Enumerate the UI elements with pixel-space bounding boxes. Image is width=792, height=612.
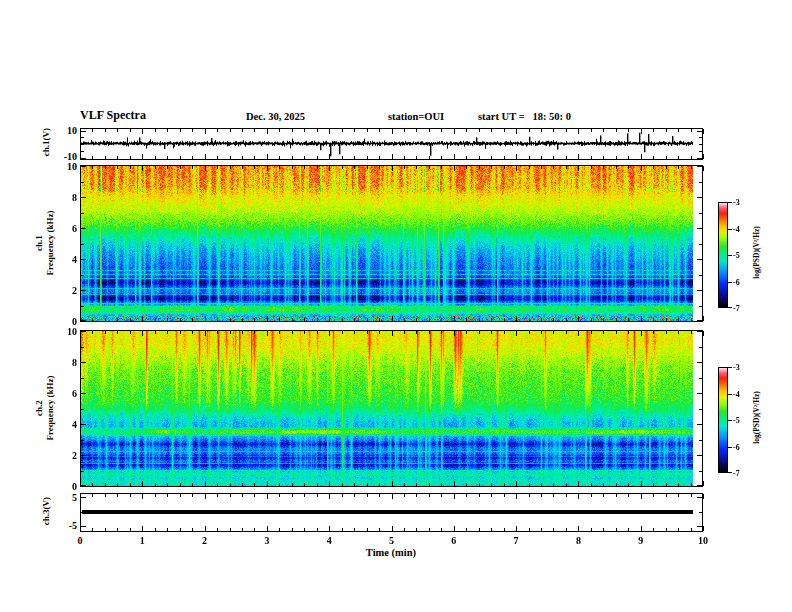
- tick-mark: [92, 494, 93, 497]
- tick-mark: [616, 166, 617, 169]
- tick-mark: [167, 483, 168, 486]
- tick-mark: [105, 156, 106, 159]
- tick-mark: [641, 526, 642, 531]
- tick-mark: [699, 440, 702, 441]
- tick-mark: [578, 481, 579, 486]
- tick-mark: [92, 528, 93, 531]
- tick-mark: [105, 494, 106, 497]
- tick-mark: [81, 409, 84, 410]
- tick-mark: [254, 528, 255, 531]
- tick-mark: [180, 494, 181, 497]
- colorbar-tick-label: -4: [733, 390, 740, 399]
- tick-mark: [379, 129, 380, 132]
- tick-mark: [81, 485, 86, 486]
- tick-mark: [342, 494, 343, 497]
- tick-mark: [466, 483, 467, 486]
- tick-mark: [304, 494, 305, 497]
- tick-mark: [529, 483, 530, 486]
- tick-mark: [454, 481, 455, 486]
- tick-mark: [441, 166, 442, 169]
- tick-mark: [329, 154, 330, 159]
- tick-mark: [81, 512, 84, 513]
- tick-mark: [217, 166, 218, 169]
- tick-mark: [429, 129, 430, 132]
- tick-mark: [117, 129, 118, 132]
- tick-mark: [379, 156, 380, 159]
- tick-mark: [699, 144, 702, 145]
- tick-mark: [591, 129, 592, 132]
- tick-mark: [81, 131, 86, 132]
- tick-mark: [242, 318, 243, 321]
- tick-mark: [254, 156, 255, 159]
- tick-mark: [379, 528, 380, 531]
- tick-mark: [367, 129, 368, 132]
- tick-mark: [342, 528, 343, 531]
- colorbar-tick-label: -3: [733, 363, 740, 372]
- tick-mark: [342, 129, 343, 132]
- tick-mark: [699, 306, 702, 307]
- time-tick-label: 5: [377, 535, 407, 546]
- tick-mark: [699, 512, 702, 513]
- tick-mark: [628, 494, 629, 497]
- tick-mark: [342, 483, 343, 486]
- tick-mark: [697, 197, 702, 198]
- tick-mark: [553, 318, 554, 321]
- tick-mark: [641, 166, 642, 171]
- time-tick-label: 3: [252, 535, 282, 546]
- tick-mark: [205, 129, 206, 134]
- tick-mark: [479, 166, 480, 169]
- tick-mark: [479, 528, 480, 531]
- tick-mark: [703, 481, 704, 486]
- tick-mark: [441, 318, 442, 321]
- tick-mark: [697, 131, 702, 132]
- tick-mark: [591, 528, 592, 531]
- tick-mark: [167, 318, 168, 321]
- tick-mark: [254, 166, 255, 169]
- tick-mark: [292, 156, 293, 159]
- ch1-spec-ytick-label: 10: [47, 161, 77, 172]
- tick-mark: [180, 483, 181, 486]
- tick-mark: [254, 331, 255, 334]
- tick-mark: [317, 166, 318, 169]
- tick-mark: [205, 154, 206, 159]
- tick-mark: [81, 393, 86, 394]
- tick-mark: [641, 129, 642, 134]
- tick-mark: [230, 528, 231, 531]
- tick-mark: [254, 494, 255, 497]
- tick-mark: [616, 129, 617, 132]
- tick-mark: [167, 331, 168, 334]
- tick-mark: [342, 331, 343, 334]
- tick-mark: [541, 156, 542, 159]
- tick-mark: [454, 316, 455, 321]
- tick-mark: [429, 166, 430, 169]
- tick-mark: [578, 316, 579, 321]
- time-tick-label: 8: [563, 535, 593, 546]
- tick-mark: [279, 483, 280, 486]
- tick-mark: [155, 129, 156, 132]
- tick-mark: [192, 166, 193, 169]
- tick-mark: [267, 129, 268, 134]
- tick-mark: [728, 282, 732, 283]
- tick-mark: [553, 129, 554, 132]
- tick-mark: [566, 494, 567, 497]
- tick-mark: [292, 483, 293, 486]
- tick-mark: [155, 318, 156, 321]
- tick-mark: [379, 483, 380, 486]
- tick-mark: [691, 494, 692, 497]
- tick-mark: [653, 129, 654, 132]
- tick-mark: [553, 166, 554, 169]
- tick-mark: [678, 331, 679, 334]
- tick-mark: [491, 331, 492, 334]
- tick-mark: [653, 483, 654, 486]
- tick-mark: [541, 494, 542, 497]
- tick-mark: [441, 483, 442, 486]
- tick-mark: [392, 331, 393, 336]
- tick-mark: [529, 166, 530, 169]
- tick-mark: [180, 331, 181, 334]
- tick-mark: [429, 494, 430, 497]
- tick-mark: [354, 483, 355, 486]
- tick-mark: [130, 129, 131, 132]
- ch3-ymin-label: -5: [47, 520, 77, 531]
- tick-mark: [180, 156, 181, 159]
- tick-mark: [516, 331, 517, 336]
